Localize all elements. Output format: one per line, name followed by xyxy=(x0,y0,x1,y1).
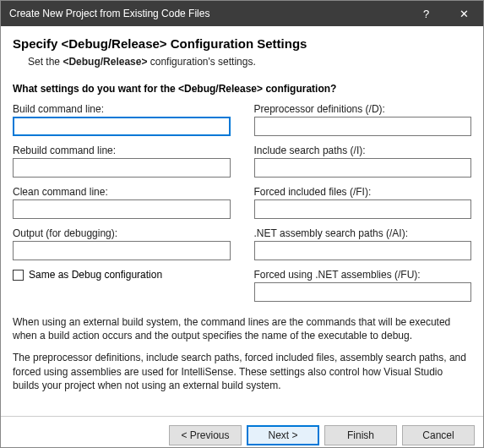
rebuild-command-field: Rebuild command line: xyxy=(13,145,231,178)
build-command-label: Build command line: xyxy=(13,103,231,115)
rebuild-command-label: Rebuild command line: xyxy=(13,145,231,156)
titlebar: Create New Project from Existing Code Fi… xyxy=(1,1,483,26)
finish-button[interactable]: Finish xyxy=(324,425,397,445)
build-command-field: Build command line: xyxy=(13,103,231,136)
previous-button[interactable]: < Previous xyxy=(169,425,242,445)
net-assembly-paths-field: .NET assembly search paths (/AI): xyxy=(254,227,472,260)
include-paths-input[interactable] xyxy=(254,158,472,178)
main-content: Specify <Debug/Release> Configuration Se… xyxy=(1,26,483,416)
button-separator xyxy=(1,416,483,417)
forced-include-input[interactable] xyxy=(254,199,472,219)
forced-using-input[interactable] xyxy=(254,282,472,302)
rebuild-command-input[interactable] xyxy=(13,158,231,178)
settings-grid: Build command line: Rebuild command line… xyxy=(13,103,471,310)
question-text: What settings do you want for the <Debug… xyxy=(13,83,471,95)
net-assembly-paths-label: .NET assembly search paths (/AI): xyxy=(254,227,472,239)
net-assembly-paths-input[interactable] xyxy=(254,241,472,260)
preprocessor-label: Preprocessor definitions (/D): xyxy=(254,103,472,115)
clean-command-label: Clean command line: xyxy=(13,186,231,198)
description-1: When using an external build system, the… xyxy=(13,315,471,342)
same-as-debug-row: Same as Debug configuration xyxy=(13,269,231,281)
output-input[interactable] xyxy=(13,241,231,260)
forced-using-label: Forced using .NET assemblies (/FU): xyxy=(254,269,472,281)
include-paths-field: Include search paths (/I): xyxy=(254,145,472,178)
forced-using-field: Forced using .NET assemblies (/FU): xyxy=(254,269,472,302)
next-button[interactable]: Next > xyxy=(247,425,319,445)
output-field: Output (for debugging): xyxy=(13,227,231,260)
output-label: Output (for debugging): xyxy=(13,227,231,239)
description-2: The preprocessor definitions, include se… xyxy=(13,351,471,392)
help-button[interactable]: ? xyxy=(407,1,445,26)
build-command-input[interactable] xyxy=(13,117,231,136)
help-icon: ? xyxy=(423,8,429,20)
page-subheading: Set the <Debug/Release> configuration's … xyxy=(28,56,471,68)
close-icon: ✕ xyxy=(460,8,469,20)
forced-include-label: Forced included files (/FI): xyxy=(254,186,472,198)
clean-command-input[interactable] xyxy=(13,199,231,219)
forced-include-field: Forced included files (/FI): xyxy=(254,186,472,219)
page-heading: Specify <Debug/Release> Configuration Se… xyxy=(13,36,471,51)
cancel-button[interactable]: Cancel xyxy=(402,425,475,445)
window-title: Create New Project from Existing Code Fi… xyxy=(9,8,407,19)
same-as-debug-checkbox[interactable] xyxy=(13,270,24,281)
preprocessor-field: Preprocessor definitions (/D): xyxy=(254,103,472,136)
preprocessor-input[interactable] xyxy=(254,117,472,136)
include-paths-label: Include search paths (/I): xyxy=(254,145,472,156)
same-as-debug-label: Same as Debug configuration xyxy=(29,269,162,281)
clean-command-field: Clean command line: xyxy=(13,186,231,219)
close-button[interactable]: ✕ xyxy=(445,1,483,26)
button-row: < Previous Next > Finish Cancel xyxy=(1,425,483,448)
